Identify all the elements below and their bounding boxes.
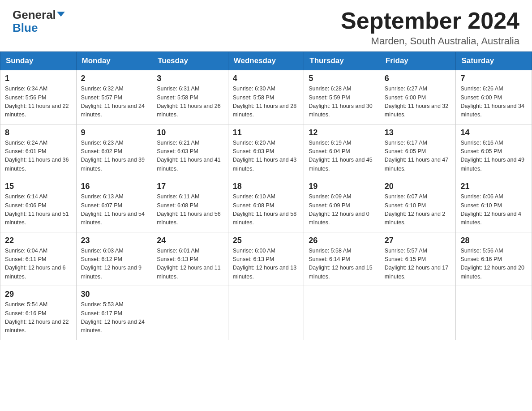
calendar-cell: 17Sunrise: 6:11 AMSunset: 6:08 PMDayligh…: [152, 178, 228, 232]
calendar-cell: 8Sunrise: 6:24 AMSunset: 6:01 PMDaylight…: [0, 124, 77, 178]
day-info: Sunrise: 6:11 AMSunset: 6:08 PMDaylight:…: [157, 193, 223, 227]
day-info: Sunrise: 6:24 AMSunset: 6:01 PMDaylight:…: [5, 139, 72, 174]
calendar-cell: 7Sunrise: 6:26 AMSunset: 6:00 PMDaylight…: [456, 70, 532, 124]
calendar-cell: 12Sunrise: 6:19 AMSunset: 6:04 PMDayligh…: [304, 124, 380, 178]
calendar-cell: 28Sunrise: 5:56 AMSunset: 6:16 PMDayligh…: [456, 232, 532, 286]
day-info: Sunrise: 6:23 AMSunset: 6:02 PMDaylight:…: [81, 139, 148, 174]
day-info: Sunrise: 6:14 AMSunset: 6:06 PMDaylight:…: [5, 193, 72, 227]
day-info: Sunrise: 5:58 AMSunset: 6:14 PMDaylight:…: [309, 247, 375, 282]
calendar-cell: 3Sunrise: 6:31 AMSunset: 5:58 PMDaylight…: [152, 70, 228, 124]
day-number: 17: [157, 182, 223, 191]
day-number: 11: [233, 128, 300, 137]
day-header-monday: Monday: [76, 52, 152, 70]
day-header-wednesday: Wednesday: [228, 52, 304, 70]
logo-blue-text: Blue: [13, 22, 38, 34]
calendar-cell: 29Sunrise: 5:54 AMSunset: 6:16 PMDayligh…: [0, 286, 77, 340]
calendar-cell: [456, 286, 532, 340]
calendar-cell: 26Sunrise: 5:58 AMSunset: 6:14 PMDayligh…: [304, 232, 380, 286]
day-info: Sunrise: 5:54 AMSunset: 6:16 PMDaylight:…: [5, 300, 72, 335]
day-info: Sunrise: 6:34 AMSunset: 5:56 PMDaylight:…: [5, 85, 72, 120]
arrow-triangle-icon: [57, 12, 65, 17]
calendar-cell: 5Sunrise: 6:28 AMSunset: 5:59 PMDaylight…: [304, 70, 380, 124]
week-row: 22Sunrise: 6:04 AMSunset: 6:11 PMDayligh…: [0, 232, 532, 286]
day-info: Sunrise: 6:13 AMSunset: 6:07 PMDaylight:…: [81, 193, 148, 227]
day-number: 20: [385, 182, 451, 191]
calendar-cell: 22Sunrise: 6:04 AMSunset: 6:11 PMDayligh…: [0, 232, 77, 286]
day-number: 23: [81, 236, 148, 245]
calendar-cell: 23Sunrise: 6:03 AMSunset: 6:12 PMDayligh…: [76, 232, 152, 286]
day-number: 25: [233, 236, 300, 245]
day-number: 26: [309, 236, 375, 245]
day-number: 5: [309, 74, 375, 83]
calendar-cell: 9Sunrise: 6:23 AMSunset: 6:02 PMDaylight…: [76, 124, 152, 178]
day-info: Sunrise: 6:01 AMSunset: 6:13 PMDaylight:…: [157, 247, 223, 282]
calendar-cell: 6Sunrise: 6:27 AMSunset: 6:00 PMDaylight…: [380, 70, 456, 124]
day-number: 4: [233, 74, 300, 83]
day-info: Sunrise: 6:28 AMSunset: 5:59 PMDaylight:…: [309, 85, 375, 120]
calendar-cell: 14Sunrise: 6:16 AMSunset: 6:05 PMDayligh…: [456, 124, 532, 178]
week-row: 15Sunrise: 6:14 AMSunset: 6:06 PMDayligh…: [0, 178, 532, 232]
day-number: 19: [309, 182, 375, 191]
day-number: 9: [81, 128, 148, 137]
day-number: 6: [385, 74, 451, 83]
calendar-cell: [304, 286, 380, 340]
day-info: Sunrise: 6:00 AMSunset: 6:13 PMDaylight:…: [233, 247, 300, 282]
calendar-cell: [152, 286, 228, 340]
day-info: Sunrise: 6:32 AMSunset: 5:57 PMDaylight:…: [81, 85, 148, 120]
day-number: 30: [81, 290, 148, 299]
page-header: General Blue September 2024 Marden, Sout…: [0, 0, 532, 51]
calendar-cell: 19Sunrise: 6:09 AMSunset: 6:09 PMDayligh…: [304, 178, 380, 232]
calendar-cell: 16Sunrise: 6:13 AMSunset: 6:07 PMDayligh…: [76, 178, 152, 232]
calendar-cell: 27Sunrise: 5:57 AMSunset: 6:15 PMDayligh…: [380, 232, 456, 286]
calendar-table: SundayMondayTuesdayWednesdayThursdayFrid…: [0, 51, 532, 340]
calendar-cell: 11Sunrise: 6:20 AMSunset: 6:03 PMDayligh…: [228, 124, 304, 178]
calendar-cell: 1Sunrise: 6:34 AMSunset: 5:56 PMDaylight…: [0, 70, 77, 124]
day-info: Sunrise: 6:30 AMSunset: 5:58 PMDaylight:…: [233, 85, 300, 120]
calendar-cell: 24Sunrise: 6:01 AMSunset: 6:13 PMDayligh…: [152, 232, 228, 286]
subtitle: Marden, South Australia, Australia: [341, 35, 519, 47]
day-info: Sunrise: 6:16 AMSunset: 6:05 PMDaylight:…: [460, 139, 527, 174]
logo-general-text: General: [13, 8, 56, 22]
day-info: Sunrise: 6:19 AMSunset: 6:04 PMDaylight:…: [309, 139, 375, 174]
calendar-cell: 4Sunrise: 6:30 AMSunset: 5:58 PMDaylight…: [228, 70, 304, 124]
logo-row1: General: [13, 8, 65, 22]
day-number: 24: [157, 236, 223, 245]
calendar-cell: 2Sunrise: 6:32 AMSunset: 5:57 PMDaylight…: [76, 70, 152, 124]
calendar-cell: 30Sunrise: 5:53 AMSunset: 6:17 PMDayligh…: [76, 286, 152, 340]
week-row: 1Sunrise: 6:34 AMSunset: 5:56 PMDaylight…: [0, 70, 532, 124]
day-number: 13: [385, 128, 451, 137]
day-info: Sunrise: 6:20 AMSunset: 6:03 PMDaylight:…: [233, 139, 300, 174]
day-info: Sunrise: 6:10 AMSunset: 6:08 PMDaylight:…: [233, 193, 300, 227]
logo-arrow-icon: [57, 12, 65, 17]
week-row: 29Sunrise: 5:54 AMSunset: 6:16 PMDayligh…: [0, 286, 532, 340]
calendar-header: SundayMondayTuesdayWednesdayThursdayFrid…: [0, 52, 532, 70]
main-title: September 2024: [341, 8, 519, 34]
day-info: Sunrise: 6:06 AMSunset: 6:10 PMDaylight:…: [460, 193, 527, 227]
week-row: 8Sunrise: 6:24 AMSunset: 6:01 PMDaylight…: [0, 124, 532, 178]
day-info: Sunrise: 5:56 AMSunset: 6:16 PMDaylight:…: [460, 247, 527, 282]
day-header-friday: Friday: [380, 52, 456, 70]
day-number: 3: [157, 74, 223, 83]
calendar-cell: 15Sunrise: 6:14 AMSunset: 6:06 PMDayligh…: [0, 178, 77, 232]
day-number: 2: [81, 74, 148, 83]
day-info: Sunrise: 5:57 AMSunset: 6:15 PMDaylight:…: [385, 247, 451, 282]
day-number: 21: [460, 182, 527, 191]
day-info: Sunrise: 6:17 AMSunset: 6:05 PMDaylight:…: [385, 139, 451, 174]
day-info: Sunrise: 6:04 AMSunset: 6:11 PMDaylight:…: [5, 247, 72, 282]
day-number: 22: [5, 236, 72, 245]
calendar-cell: 10Sunrise: 6:21 AMSunset: 6:03 PMDayligh…: [152, 124, 228, 178]
calendar-cell: 21Sunrise: 6:06 AMSunset: 6:10 PMDayligh…: [456, 178, 532, 232]
day-info: Sunrise: 6:09 AMSunset: 6:09 PMDaylight:…: [309, 193, 375, 227]
day-info: Sunrise: 6:21 AMSunset: 6:03 PMDaylight:…: [157, 139, 223, 174]
day-header-sunday: Sunday: [0, 52, 77, 70]
calendar-cell: [228, 286, 304, 340]
day-info: Sunrise: 6:27 AMSunset: 6:00 PMDaylight:…: [385, 85, 451, 120]
day-number: 10: [157, 128, 223, 137]
day-header-tuesday: Tuesday: [152, 52, 228, 70]
title-section: September 2024 Marden, South Australia, …: [341, 8, 519, 47]
calendar-cell: [380, 286, 456, 340]
calendar-body: 1Sunrise: 6:34 AMSunset: 5:56 PMDaylight…: [0, 70, 532, 340]
day-info: Sunrise: 6:03 AMSunset: 6:12 PMDaylight:…: [81, 247, 148, 282]
day-number: 16: [81, 182, 148, 191]
day-header-saturday: Saturday: [456, 52, 532, 70]
